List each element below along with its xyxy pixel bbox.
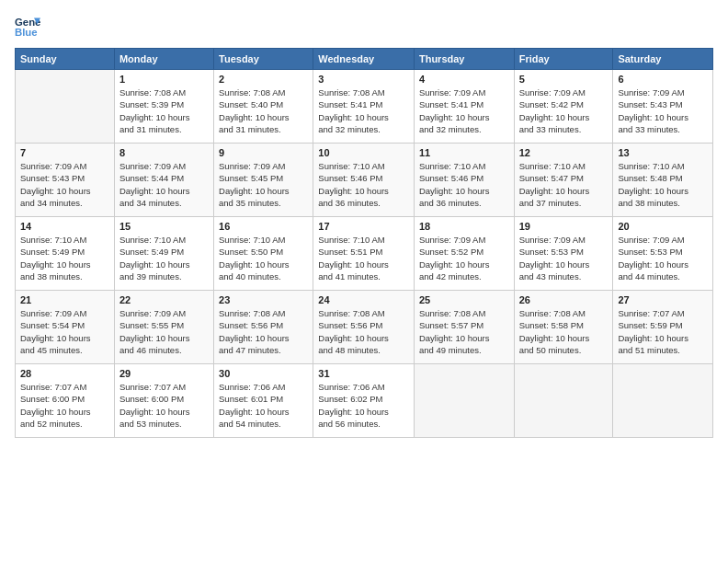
calendar-cell: 20Sunrise: 7:09 AM Sunset: 5:53 PM Dayli…	[613, 217, 713, 291]
day-number: 2	[219, 74, 308, 85]
logo-icon: General Blue	[15, 15, 40, 40]
day-number: 13	[618, 147, 708, 158]
calendar-page: General Blue SundayMondayTuesdayWednesda…	[0, 0, 728, 563]
day-info: Sunrise: 7:10 AM Sunset: 5:47 PM Dayligh…	[519, 160, 609, 209]
day-number: 4	[419, 74, 509, 85]
day-info: Sunrise: 7:10 AM Sunset: 5:49 PM Dayligh…	[20, 234, 109, 282]
day-number: 12	[519, 147, 609, 158]
calendar-cell: 27Sunrise: 7:07 AM Sunset: 5:59 PM Dayli…	[613, 291, 713, 364]
calendar-cell: 18Sunrise: 7:09 AM Sunset: 5:52 PM Dayli…	[414, 217, 514, 291]
calendar-cell: 15Sunrise: 7:10 AM Sunset: 5:49 PM Dayli…	[114, 217, 213, 291]
svg-text:Blue: Blue	[15, 27, 38, 38]
calendar-cell: 7Sunrise: 7:09 AM Sunset: 5:43 PM Daylig…	[16, 144, 115, 217]
calendar-cell: 4Sunrise: 7:09 AM Sunset: 5:41 PM Daylig…	[414, 70, 514, 144]
day-info: Sunrise: 7:08 AM Sunset: 5:41 PM Dayligh…	[318, 86, 409, 135]
day-info: Sunrise: 7:09 AM Sunset: 5:41 PM Dayligh…	[419, 86, 509, 135]
day-info: Sunrise: 7:07 AM Sunset: 6:00 PM Dayligh…	[119, 381, 209, 430]
day-number: 23	[219, 294, 308, 305]
calendar-week-2: 7Sunrise: 7:09 AM Sunset: 5:43 PM Daylig…	[16, 144, 713, 217]
day-info: Sunrise: 7:08 AM Sunset: 5:57 PM Dayligh…	[419, 307, 509, 356]
day-info: Sunrise: 7:08 AM Sunset: 5:40 PM Dayligh…	[219, 86, 308, 135]
day-info: Sunrise: 7:08 AM Sunset: 5:39 PM Dayligh…	[119, 86, 209, 135]
calendar-cell: 1Sunrise: 7:08 AM Sunset: 5:39 PM Daylig…	[114, 70, 213, 144]
calendar-cell: 23Sunrise: 7:08 AM Sunset: 5:56 PM Dayli…	[214, 291, 313, 364]
day-info: Sunrise: 7:09 AM Sunset: 5:53 PM Dayligh…	[519, 234, 609, 282]
day-info: Sunrise: 7:06 AM Sunset: 6:01 PM Dayligh…	[219, 381, 308, 430]
day-number: 16	[219, 221, 308, 232]
day-number: 5	[519, 74, 609, 85]
day-info: Sunrise: 7:08 AM Sunset: 5:56 PM Dayligh…	[318, 307, 409, 356]
day-number: 22	[119, 294, 209, 305]
day-info: Sunrise: 7:09 AM Sunset: 5:44 PM Dayligh…	[119, 160, 209, 209]
day-info: Sunrise: 7:09 AM Sunset: 5:43 PM Dayligh…	[20, 160, 109, 209]
calendar-cell: 13Sunrise: 7:10 AM Sunset: 5:48 PM Dayli…	[613, 144, 713, 217]
header: General Blue	[15, 15, 713, 40]
day-info: Sunrise: 7:06 AM Sunset: 6:02 PM Dayligh…	[318, 381, 409, 430]
day-number: 24	[318, 294, 409, 305]
calendar-cell: 24Sunrise: 7:08 AM Sunset: 5:56 PM Dayli…	[313, 291, 415, 364]
day-info: Sunrise: 7:09 AM Sunset: 5:53 PM Dayligh…	[618, 234, 708, 282]
header-tuesday: Tuesday	[214, 49, 313, 70]
day-number: 15	[119, 221, 209, 232]
day-number: 9	[219, 147, 308, 158]
calendar-cell: 10Sunrise: 7:10 AM Sunset: 5:46 PM Dayli…	[313, 144, 415, 217]
day-info: Sunrise: 7:09 AM Sunset: 5:52 PM Dayligh…	[419, 234, 509, 282]
day-info: Sunrise: 7:10 AM Sunset: 5:46 PM Dayligh…	[318, 160, 409, 209]
calendar-week-3: 14Sunrise: 7:10 AM Sunset: 5:49 PM Dayli…	[16, 217, 713, 291]
calendar-cell	[16, 70, 115, 144]
day-info: Sunrise: 7:09 AM Sunset: 5:43 PM Dayligh…	[618, 86, 708, 135]
day-number: 19	[519, 221, 609, 232]
day-info: Sunrise: 7:09 AM Sunset: 5:45 PM Dayligh…	[219, 160, 308, 209]
day-info: Sunrise: 7:10 AM Sunset: 5:48 PM Dayligh…	[618, 160, 708, 209]
calendar-header-row: SundayMondayTuesdayWednesdayThursdayFrid…	[16, 49, 713, 70]
calendar-cell: 28Sunrise: 7:07 AM Sunset: 6:00 PM Dayli…	[16, 364, 115, 438]
day-number: 11	[419, 147, 509, 158]
day-number: 10	[318, 147, 409, 158]
calendar-table: SundayMondayTuesdayWednesdayThursdayFrid…	[15, 48, 713, 438]
calendar-cell: 16Sunrise: 7:10 AM Sunset: 5:50 PM Dayli…	[214, 217, 313, 291]
day-number: 18	[419, 221, 509, 232]
day-info: Sunrise: 7:10 AM Sunset: 5:49 PM Dayligh…	[119, 234, 209, 282]
calendar-cell: 17Sunrise: 7:10 AM Sunset: 5:51 PM Dayli…	[313, 217, 415, 291]
day-info: Sunrise: 7:08 AM Sunset: 5:58 PM Dayligh…	[519, 307, 609, 356]
calendar-week-4: 21Sunrise: 7:09 AM Sunset: 5:54 PM Dayli…	[16, 291, 713, 364]
calendar-cell: 6Sunrise: 7:09 AM Sunset: 5:43 PM Daylig…	[613, 70, 713, 144]
day-number: 17	[318, 221, 409, 232]
calendar-cell: 22Sunrise: 7:09 AM Sunset: 5:55 PM Dayli…	[114, 291, 213, 364]
logo: General Blue	[15, 15, 44, 40]
calendar-cell: 11Sunrise: 7:10 AM Sunset: 5:46 PM Dayli…	[414, 144, 514, 217]
day-number: 30	[219, 368, 308, 379]
day-number: 14	[20, 221, 109, 232]
header-thursday: Thursday	[414, 49, 514, 70]
calendar-cell	[414, 364, 514, 438]
day-info: Sunrise: 7:09 AM Sunset: 5:54 PM Dayligh…	[20, 307, 109, 356]
calendar-cell: 25Sunrise: 7:08 AM Sunset: 5:57 PM Dayli…	[414, 291, 514, 364]
header-wednesday: Wednesday	[313, 49, 415, 70]
day-number: 29	[119, 368, 209, 379]
calendar-cell: 9Sunrise: 7:09 AM Sunset: 5:45 PM Daylig…	[214, 144, 313, 217]
calendar-cell: 5Sunrise: 7:09 AM Sunset: 5:42 PM Daylig…	[514, 70, 613, 144]
day-number: 28	[20, 368, 109, 379]
day-number: 1	[119, 74, 209, 85]
calendar-cell: 31Sunrise: 7:06 AM Sunset: 6:02 PM Dayli…	[313, 364, 415, 438]
day-number: 25	[419, 294, 509, 305]
calendar-cell: 19Sunrise: 7:09 AM Sunset: 5:53 PM Dayli…	[514, 217, 613, 291]
calendar-cell: 3Sunrise: 7:08 AM Sunset: 5:41 PM Daylig…	[313, 70, 415, 144]
day-number: 7	[20, 147, 109, 158]
day-number: 20	[618, 221, 708, 232]
day-number: 21	[20, 294, 109, 305]
day-number: 3	[318, 74, 409, 85]
day-number: 6	[618, 74, 708, 85]
calendar-cell: 29Sunrise: 7:07 AM Sunset: 6:00 PM Dayli…	[114, 364, 213, 438]
day-info: Sunrise: 7:09 AM Sunset: 5:55 PM Dayligh…	[119, 307, 209, 356]
day-number: 26	[519, 294, 609, 305]
day-info: Sunrise: 7:10 AM Sunset: 5:50 PM Dayligh…	[219, 234, 308, 282]
header-saturday: Saturday	[613, 49, 713, 70]
calendar-week-1: 1Sunrise: 7:08 AM Sunset: 5:39 PM Daylig…	[16, 70, 713, 144]
calendar-cell: 12Sunrise: 7:10 AM Sunset: 5:47 PM Dayli…	[514, 144, 613, 217]
calendar-cell: 14Sunrise: 7:10 AM Sunset: 5:49 PM Dayli…	[16, 217, 115, 291]
header-friday: Friday	[514, 49, 613, 70]
day-number: 8	[119, 147, 209, 158]
calendar-cell: 21Sunrise: 7:09 AM Sunset: 5:54 PM Dayli…	[16, 291, 115, 364]
day-number: 27	[618, 294, 708, 305]
